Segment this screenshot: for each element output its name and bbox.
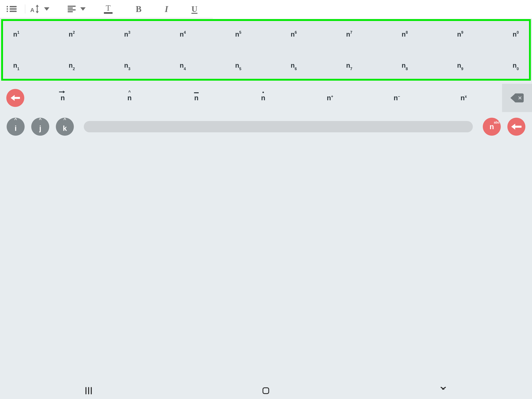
key-n-sup-2[interactable]: n2 (63, 31, 80, 38)
bulleted-list-button[interactable] (7, 5, 17, 13)
key-n-vector[interactable]: n (56, 94, 69, 102)
underline-icon: U (191, 4, 197, 14)
arrow-left-icon (11, 95, 20, 101)
italic-icon: I (165, 4, 168, 14)
text-align-dropdown[interactable] (68, 6, 86, 12)
key-n-sup-4[interactable]: n4 (174, 31, 191, 38)
back-button[interactable] (6, 89, 24, 107)
bottom-row: ^i^j^k nabc (0, 115, 213, 138)
math-keyboard: n1n2n3n4n5n6n7n8n9n0 n1n2n3n4n5n6n7n8n9n… (0, 19, 213, 160)
hat-icon: ^ (128, 90, 131, 94)
font-size-dropdown[interactable]: A (30, 5, 49, 13)
key-n-sup-3[interactable]: n3 (119, 31, 136, 38)
text-color-button[interactable]: T (104, 4, 113, 13)
key-k-hat[interactable]: ^k (56, 118, 74, 136)
accent-row: n^nnnn+n−nx ✕ (0, 84, 213, 112)
superscript-row: n1n2n3n4n5n6n7n8n9n0 (3, 31, 213, 38)
vector-arrow-icon (59, 91, 65, 93)
key-n-bar[interactable]: n (190, 94, 203, 102)
subscript-row: n1n2n3n4n5n6n7n8n9n0 (3, 62, 213, 70)
chevron-down-icon (44, 7, 49, 11)
chevron-down-icon (80, 7, 86, 11)
italic-button[interactable]: I (165, 4, 168, 14)
resize-arrows-icon (35, 5, 39, 13)
editor-toolbar: A T B I U (0, 0, 213, 18)
key-i-hat[interactable]: ^i (7, 118, 25, 136)
key-n-sub-2[interactable]: n2 (63, 62, 80, 70)
align-left-icon (68, 6, 76, 12)
highlighted-region: n1n2n3n4n5n6n7n8n9n0 n1n2n3n4n5n6n7n8n9n… (1, 19, 213, 81)
underline-button[interactable]: U (191, 4, 197, 14)
font-size-label: A (30, 7, 34, 13)
spacebar[interactable] (84, 121, 213, 132)
key-j-hat[interactable]: ^j (31, 118, 49, 136)
text-color-letter: T (106, 4, 111, 12)
key-n-hat[interactable]: ^n (123, 94, 136, 102)
toolbar-divider (25, 5, 25, 13)
key-n-sub-1[interactable]: n1 (8, 62, 25, 70)
key-n-sub-4[interactable]: n4 (174, 62, 191, 70)
text-color-swatch (104, 12, 113, 14)
bold-icon: B (136, 4, 142, 14)
bar-icon (194, 92, 199, 93)
key-n-sup-1[interactable]: n1 (8, 31, 25, 38)
list-icon (7, 5, 17, 13)
bold-button[interactable]: B (136, 4, 142, 14)
key-n-sub-3[interactable]: n3 (119, 62, 136, 70)
